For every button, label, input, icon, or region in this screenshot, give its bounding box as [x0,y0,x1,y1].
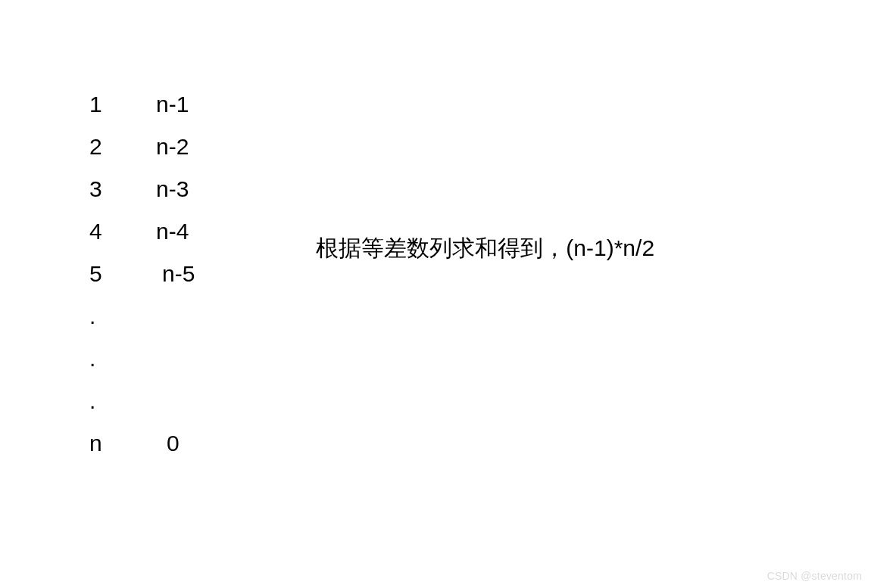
row-value: n-4 [156,210,189,253]
ellipsis-dot: . [89,295,195,338]
row-value: 0 [156,422,180,465]
ellipsis-dot: . [89,380,195,422]
row-index: 4 [89,210,156,253]
row-value: n-3 [156,168,189,210]
explanation-text: 根据等差数列求和得到，(n-1)*n/2 [316,233,654,264]
table-row: 1 n-1 [89,83,195,126]
document-content: 1 n-1 2 n-2 3 n-3 4 n-4 5 n-5 . . . n 0 … [0,0,871,465]
row-value: n-1 [156,83,189,126]
row-index: 2 [89,126,156,168]
row-index: 1 [89,83,156,126]
row-value: n-2 [156,126,189,168]
row-index: n [89,422,156,465]
table-row: 5 n-5 [89,253,195,295]
table-row: 2 n-2 [89,126,195,168]
arithmetic-table: 1 n-1 2 n-2 3 n-3 4 n-4 5 n-5 . . . n 0 [89,83,195,465]
table-row: 4 n-4 [89,210,195,253]
table-row: n 0 [89,422,195,465]
row-value: n-5 [156,253,195,295]
row-index: 5 [89,253,156,295]
table-row: 3 n-3 [89,168,195,210]
ellipsis-dot: . [89,338,195,380]
watermark: CSDN @steventom [767,570,862,582]
row-index: 3 [89,168,156,210]
